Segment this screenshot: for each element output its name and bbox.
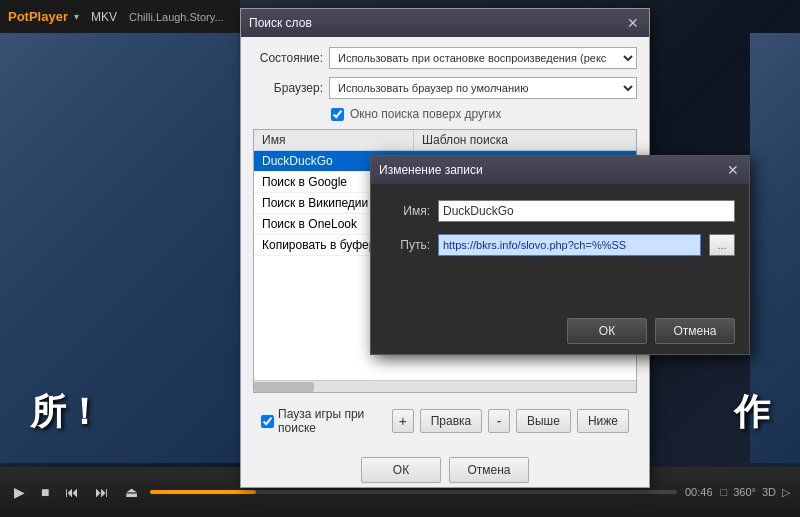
- next-button[interactable]: ⏭: [91, 482, 113, 502]
- progress-fill: [150, 490, 255, 494]
- edit-dialog: Изменение записи ✕ Имя: Путь: ... ОК Отм…: [370, 155, 750, 355]
- playlist-icon[interactable]: ▷: [782, 486, 790, 499]
- player-filename: Chilli.Laugh.Story...: [129, 11, 224, 23]
- ontop-checkbox[interactable]: [331, 108, 344, 121]
- edit-ok-button[interactable]: ОК: [567, 318, 647, 344]
- edit-name-row: Имя:: [385, 200, 735, 222]
- delete-button[interactable]: -: [488, 409, 510, 433]
- state-row: Состояние: Использовать при остановке во…: [253, 47, 637, 69]
- player-titlebar: PotPlayer ▾ MKV Chilli.Laugh.Story...: [0, 0, 240, 33]
- table-header: Имя Шаблон поиска: [254, 130, 636, 151]
- eject-button[interactable]: ⏏: [121, 482, 142, 502]
- 360-icon[interactable]: 360°: [733, 486, 756, 499]
- right-controls: □ 360° 3D ▷: [721, 486, 790, 499]
- browse-button[interactable]: ...: [709, 234, 735, 256]
- browser-select[interactable]: Использовать браузер по умолчанию: [329, 77, 637, 99]
- dialog-bottom: Пауза игры при поиске + Правка - Выше Ни…: [253, 401, 637, 441]
- player-logo[interactable]: PotPlayer: [8, 9, 68, 24]
- screen-icon[interactable]: □: [721, 486, 728, 499]
- ontop-label: Окно поиска поверх других: [350, 107, 501, 121]
- edit-path-input[interactable]: [438, 234, 701, 256]
- time-display: 00:46: [685, 486, 713, 498]
- search-ok-button[interactable]: ОК: [361, 457, 441, 483]
- up-button[interactable]: Выше: [516, 409, 571, 433]
- browser-label: Браузер:: [253, 81, 323, 95]
- edit-dialog-body: Имя: Путь: ...: [371, 184, 749, 312]
- down-button[interactable]: Ниже: [577, 409, 629, 433]
- browser-row: Браузер: Использовать браузер по умолчан…: [253, 77, 637, 99]
- edit-path-label: Путь:: [385, 238, 430, 252]
- add-button[interactable]: +: [392, 409, 414, 433]
- edit-dialog-close[interactable]: ✕: [725, 162, 741, 178]
- search-dialog-title: Поиск слов: [249, 16, 312, 30]
- search-dialog-close[interactable]: ✕: [625, 15, 641, 31]
- edit-dialog-footer: ОК Отмена: [371, 312, 749, 354]
- progress-bar[interactable]: [150, 490, 677, 494]
- search-dialog-footer: ОК Отмена: [241, 451, 649, 487]
- subtitle-left: 所！: [30, 388, 102, 437]
- state-select[interactable]: Использовать при остановке воспроизведен…: [329, 47, 637, 69]
- edit-name-label: Имя:: [385, 204, 430, 218]
- subtitle-right: 作: [734, 388, 770, 437]
- player-dropdown-arrow[interactable]: ▾: [74, 11, 79, 22]
- col-template: Шаблон поиска: [414, 130, 636, 150]
- state-label: Состояние:: [253, 51, 323, 65]
- stop-button[interactable]: ■: [37, 482, 53, 502]
- pause-checkbox[interactable]: [261, 415, 274, 428]
- 3d-icon[interactable]: 3D: [762, 486, 776, 499]
- scrollbar-thumb: [254, 382, 314, 392]
- edit-path-row: Путь: ...: [385, 234, 735, 256]
- edit-dialog-title: Изменение записи: [379, 163, 483, 177]
- search-dialog-titlebar: Поиск слов ✕: [241, 9, 649, 37]
- edit-dialog-titlebar: Изменение записи ✕: [371, 156, 749, 184]
- edit-button[interactable]: Правка: [420, 409, 483, 433]
- prev-button[interactable]: ⏮: [61, 482, 83, 502]
- pause-label: Пауза игры при поиске: [278, 407, 380, 435]
- col-name: Имя: [254, 130, 414, 150]
- edit-name-input[interactable]: [438, 200, 735, 222]
- horizontal-scrollbar[interactable]: [254, 380, 636, 392]
- search-cancel-button[interactable]: Отмена: [449, 457, 529, 483]
- edit-cancel-button[interactable]: Отмена: [655, 318, 735, 344]
- play-button[interactable]: ▶: [10, 482, 29, 502]
- checkbox-row: Окно поиска поверх других: [253, 107, 637, 121]
- pause-checkbox-row: Пауза игры при поиске: [261, 407, 380, 435]
- bottom-controls-row: Пауза игры при поиске + Правка - Выше Ни…: [261, 407, 629, 435]
- player-menu-mkv[interactable]: MKV: [85, 10, 123, 24]
